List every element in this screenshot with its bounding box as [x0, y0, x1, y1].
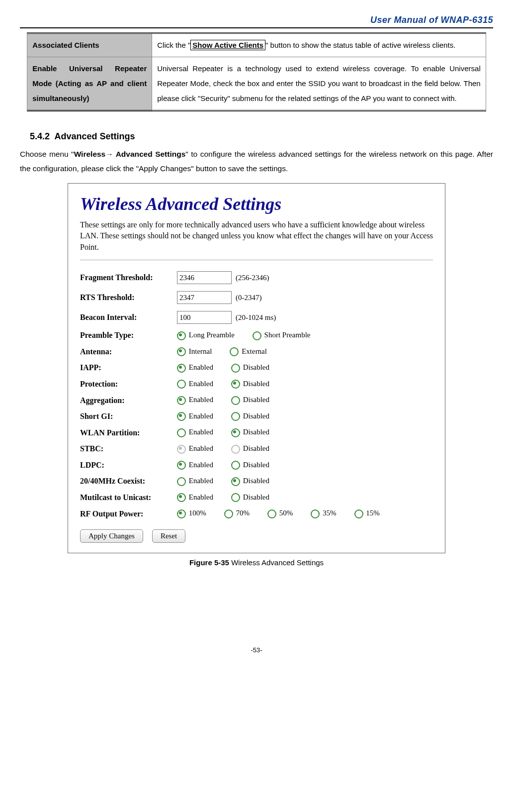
- radio-icon[interactable]: [231, 380, 240, 389]
- radio-icon[interactable]: [267, 509, 276, 518]
- radio-icon[interactable]: [231, 428, 240, 437]
- radio-option[interactable]: 50%: [267, 509, 293, 518]
- radio-option[interactable]: 70%: [224, 509, 250, 518]
- section-heading: 5.4.2 Advanced Settings: [30, 131, 493, 142]
- setting-text-input[interactable]: [177, 271, 232, 284]
- setting-value: (20-1024 ms): [177, 311, 276, 324]
- setting-row: Protection: Enabled Disabled: [80, 380, 433, 389]
- radio-icon[interactable]: [177, 461, 186, 470]
- setting-value: Enabled Disabled: [177, 363, 283, 373]
- text-pre: Click the ": [157, 41, 190, 49]
- radio-icon[interactable]: [231, 445, 240, 454]
- radio-option[interactable]: Enabled: [177, 477, 213, 486]
- radio-option[interactable]: Long Preamble: [177, 331, 235, 340]
- setting-hint: (256-2346): [236, 274, 269, 282]
- radio-option[interactable]: Enabled: [177, 444, 213, 454]
- radio-icon[interactable]: [231, 396, 240, 405]
- radio-option[interactable]: Disabled: [231, 444, 269, 454]
- radio-label: Disabled: [241, 477, 269, 485]
- setting-label: Fragment Threshold:: [80, 273, 177, 282]
- setting-text-input[interactable]: [177, 291, 232, 304]
- para-pre: Choose menu ": [20, 150, 74, 158]
- radio-label: Enabled: [187, 477, 213, 485]
- radio-option[interactable]: Disabled: [231, 396, 269, 405]
- radio-label: Disabled: [241, 428, 269, 436]
- radio-icon[interactable]: [177, 331, 186, 340]
- setting-row: Mutilcast to Unicast: Enabled Disabled: [80, 493, 433, 503]
- radio-icon[interactable]: [177, 364, 186, 373]
- radio-icon[interactable]: [253, 331, 261, 340]
- radio-icon[interactable]: [224, 509, 233, 518]
- radio-icon[interactable]: [177, 493, 186, 502]
- setting-text-input[interactable]: [177, 311, 232, 324]
- radio-icon[interactable]: [177, 428, 186, 437]
- radio-label: Enabled: [187, 380, 213, 388]
- section-number: 5.4.2: [30, 131, 50, 141]
- radio-option[interactable]: Disabled: [231, 380, 269, 389]
- radio-icon[interactable]: [230, 347, 239, 356]
- page-number: -53-: [20, 646, 493, 654]
- radio-icon[interactable]: [177, 509, 186, 518]
- radio-option[interactable]: 35%: [311, 509, 336, 518]
- setting-row: WLAN Partition: Enabled Disabled: [80, 428, 433, 437]
- radio-option[interactable]: Disabled: [231, 493, 269, 503]
- radio-icon[interactable]: [231, 493, 240, 502]
- setting-row: Aggregation: Enabled Disabled: [80, 396, 433, 405]
- radio-icon[interactable]: [177, 445, 186, 454]
- radio-icon[interactable]: [311, 509, 320, 518]
- radio-label: Disabled: [241, 444, 269, 452]
- radio-option[interactable]: Enabled: [177, 493, 213, 503]
- radio-option[interactable]: 100%: [177, 509, 206, 518]
- radio-option[interactable]: Enabled: [177, 363, 213, 373]
- radio-icon[interactable]: [177, 347, 186, 356]
- radio-option[interactable]: Enabled: [177, 461, 213, 470]
- radio-label: 70%: [234, 509, 250, 517]
- radio-icon[interactable]: [231, 461, 240, 470]
- radio-label: Enabled: [187, 412, 213, 420]
- radio-icon[interactable]: [177, 412, 186, 421]
- radio-icon[interactable]: [231, 364, 240, 373]
- radio-label: External: [240, 347, 267, 355]
- radio-option[interactable]: Internal: [177, 347, 212, 357]
- setting-value: (256-2346): [177, 271, 269, 284]
- radio-option[interactable]: Disabled: [231, 363, 269, 373]
- radio-option[interactable]: Disabled: [231, 461, 269, 470]
- radio-icon[interactable]: [177, 380, 186, 389]
- setting-value: Enabled Disabled: [177, 396, 283, 405]
- screenshot-figure: Wireless Advanced Settings These setting…: [68, 183, 445, 553]
- radio-icon[interactable]: [231, 477, 240, 486]
- radio-option[interactable]: Disabled: [231, 477, 269, 486]
- radio-icon[interactable]: [177, 477, 186, 486]
- radio-option[interactable]: Enabled: [177, 428, 213, 437]
- setting-label: IAPP:: [80, 363, 177, 372]
- radio-option[interactable]: Enabled: [177, 412, 213, 421]
- radio-icon[interactable]: [354, 509, 363, 518]
- setting-row: STBC: Enabled Disabled: [80, 444, 433, 454]
- description-table: Associated Clients Click the "Show Activ…: [27, 32, 486, 111]
- radio-label: 100%: [187, 509, 206, 517]
- setting-value: Long Preamble Short Preamble: [177, 331, 324, 340]
- setting-label: WLAN Partition:: [80, 428, 177, 437]
- radio-label: Enabled: [187, 396, 213, 404]
- radio-option[interactable]: Enabled: [177, 380, 213, 389]
- radio-icon[interactable]: [231, 412, 240, 421]
- radio-label: Disabled: [241, 380, 269, 388]
- apply-changes-button[interactable]: Apply Changes: [80, 529, 143, 543]
- radio-option[interactable]: External: [230, 347, 267, 357]
- setting-row: Antenna: Internal External: [80, 347, 433, 357]
- setting-label: RTS Threshold:: [80, 293, 177, 302]
- setting-value: Enabled Disabled: [177, 444, 283, 454]
- show-active-clients-button[interactable]: Show Active Clients: [190, 40, 265, 50]
- setting-label: Protection:: [80, 380, 177, 389]
- setting-label: STBC:: [80, 444, 177, 453]
- setting-value: Enabled Disabled: [177, 428, 283, 437]
- radio-icon[interactable]: [177, 396, 186, 405]
- setting-label: LDPC:: [80, 461, 177, 470]
- radio-option[interactable]: Disabled: [231, 412, 269, 421]
- radio-option[interactable]: 15%: [354, 509, 380, 518]
- radio-option[interactable]: Enabled: [177, 396, 213, 405]
- setting-row: IAPP: Enabled Disabled: [80, 363, 433, 373]
- radio-option[interactable]: Short Preamble: [253, 331, 311, 340]
- radio-option[interactable]: Disabled: [231, 428, 269, 437]
- reset-button[interactable]: Reset: [152, 529, 185, 543]
